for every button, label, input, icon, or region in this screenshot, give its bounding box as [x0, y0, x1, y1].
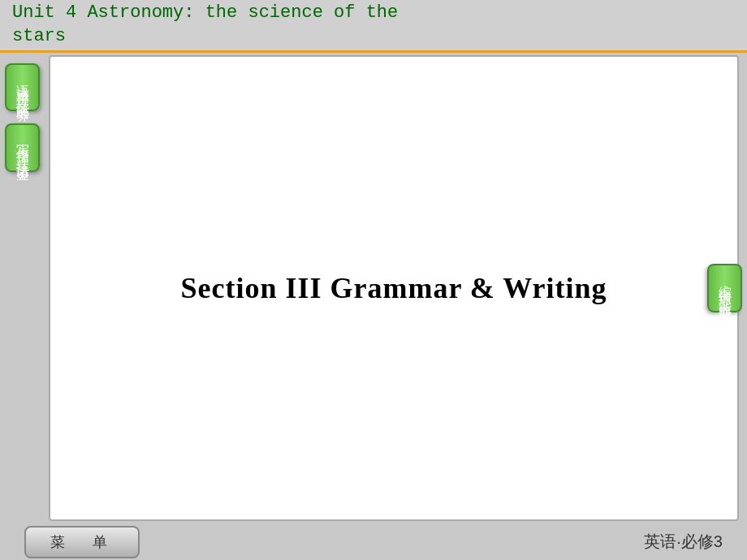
tab-comprehensive-training[interactable]: 综合训练·能力提升 — [707, 264, 741, 312]
top-bar: Unit 4 Astronomy: the science of the sta… — [0, 0, 747, 53]
tab-grammar-skill[interactable]: 语法精讲·技能培养 — [5, 63, 39, 111]
page-title: Unit 4 Astronomy: the science of the sta… — [12, 2, 398, 48]
right-sidebar: 综合训练·能力提升 — [702, 55, 747, 521]
section-title: Section III Grammar & Writing — [181, 271, 607, 305]
title-line2: stars — [12, 26, 66, 46]
bottom-bar: 菜 单 英语·必修3 — [0, 523, 747, 560]
main-content-area: Section III Grammar & Writing — [49, 55, 739, 521]
menu-button[interactable]: 菜 单 — [24, 526, 140, 558]
tab-writing-guide[interactable]: 写作指导·技法借鉴 — [5, 123, 39, 171]
subject-label: 英语·必修3 — [644, 531, 723, 553]
left-sidebar: 语法精讲·技能培养 写作指导·技法借鉴 — [0, 55, 45, 521]
title-line1: Unit 4 Astronomy: the science of the — [12, 2, 398, 23]
